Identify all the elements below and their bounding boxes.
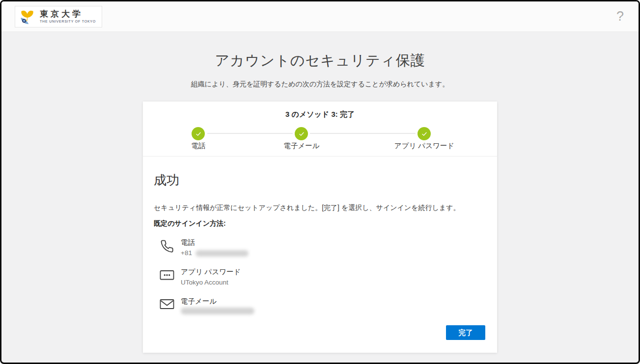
method-detail-app-password: UTokyo Account [181,278,241,287]
check-icon [420,130,428,138]
method-detail-phone: +81 [181,249,249,258]
method-detail-email [181,308,254,314]
list-item-app-password: アプリ パスワード UTokyo Account [154,267,485,287]
top-bar: 東京大学 THE UNIVERSITY OF TOKYO ? [1,1,639,32]
progress-tracker: 3 のメソッド 3: 完了 [143,102,497,156]
success-heading: 成功 [154,171,485,189]
check-icon [195,130,202,138]
phone-icon [160,238,174,258]
page-frame: 東京大学 THE UNIVERSITY OF TOKYO ? アカウントのセキュ… [0,0,640,364]
done-button[interactable]: 完了 [446,325,485,340]
email-icon [160,297,174,314]
button-row: 完了 [154,325,485,340]
logo-en-label: THE UNIVERSITY OF TOKYO [40,20,96,23]
step-label-phone: 電話 [192,141,206,151]
university-logo: 東京大学 THE UNIVERSITY OF TOKYO [15,6,102,27]
success-panel: 成功 セキュリティ情報が正常にセットアップされました。[完了] を選択し、サイン… [143,156,497,353]
logo-text: 東京大学 THE UNIVERSITY OF TOKYO [40,10,96,23]
method-label-app-password: アプリ パスワード [181,267,241,276]
check-icon [298,130,306,138]
list-item-phone: 電話 +81 [154,238,485,258]
method-text: 電子メール [181,297,254,314]
help-icon[interactable]: ? [616,10,624,23]
phone-country-code: +81 [181,249,192,258]
method-text: 電話 +81 [181,238,249,258]
page-title: アカウントのセキュリティ保護 [1,51,639,71]
step-connector-line [310,133,416,134]
step-label-email: 電子メール [283,141,319,151]
page-subtitle: 組織により、身元を証明するための次の方法を設定することが求められています。 [1,80,639,89]
step-label-app-password: アプリ パスワード [394,141,454,151]
success-message: セキュリティ情報が正常にセットアップされました。[完了] を選択し、サインインを… [154,203,485,212]
app-password-icon [160,267,174,287]
method-label-phone: 電話 [181,238,249,247]
redacted-email-address [181,308,254,314]
method-label-email: 電子メール [181,297,254,306]
redacted-phone-number [195,250,249,257]
ginkgo-leaf-icon [18,7,36,26]
method-list: 電話 +81 [154,238,485,314]
progress-title: 3 のメソッド 3: 完了 [143,110,497,119]
step-phone-complete-badge [192,127,205,140]
security-setup-card: 3 のメソッド 3: 完了 [143,102,497,353]
step-app-password-complete-badge [417,127,431,140]
logo-jp-label: 東京大学 [40,10,96,18]
step-email-complete-badge [295,127,308,140]
step-connector-line [207,133,293,134]
main-content: アカウントのセキュリティ保護 組織により、身元を証明するための次の方法を設定する… [1,32,639,363]
list-item-email: 電子メール [154,297,485,314]
method-text: アプリ パスワード UTokyo Account [181,267,241,287]
default-sign-in-method-label: 既定のサインイン方法: [154,218,485,228]
